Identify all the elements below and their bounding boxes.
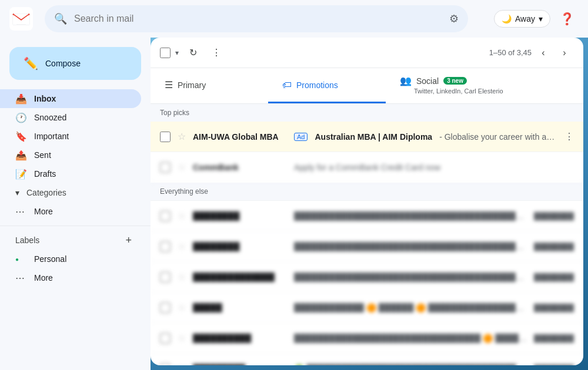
- email-row-4: ☆ ████████ █████████████████████████████…: [151, 231, 583, 262]
- labels-more-icon: ⋯: [15, 273, 27, 284]
- email-area: ▾ ↻ ⋮ 1–50 of 3,45 ‹ ›: [151, 38, 583, 365]
- email-more-button-1[interactable]: ⋮: [564, 131, 574, 142]
- top-bar: 🔍 ⚙ 🌙 Away ▾ ❓: [0, 0, 588, 38]
- checkbox-chevron-icon[interactable]: ▾: [175, 49, 179, 57]
- email-subject-1: Australian MBA | AIM Diploma: [315, 132, 432, 142]
- more-toolbar-icon: ⋮: [212, 47, 221, 58]
- more-icon: ⋯: [15, 206, 27, 217]
- more-toolbar-button[interactable]: ⋮: [207, 43, 226, 62]
- email-row-8: ☆ █████████ 🟢 ██████████████████████████…: [151, 354, 583, 365]
- status-icon: 🌙: [502, 14, 512, 23]
- section-label: Everything else: [151, 183, 583, 201]
- drafts-icon: 📝: [15, 169, 27, 180]
- search-bar[interactable]: 🔍 ⚙: [45, 5, 468, 32]
- inbox-icon: 📥: [15, 93, 27, 105]
- email-checkbox-1[interactable]: [160, 132, 171, 142]
- labels-label: Labels: [15, 236, 39, 245]
- email-row-7: ☆ ██████████ ███████████████████████████…: [151, 323, 583, 354]
- pagination-info: 1–50 of 3,45 ‹ ›: [489, 43, 574, 62]
- social-badge: 3 new: [443, 77, 467, 85]
- tab-primary[interactable]: ☰ Primary: [151, 68, 268, 103]
- sent-icon: 📤: [15, 150, 27, 161]
- status-button[interactable]: 🌙 Away ▾: [494, 10, 550, 28]
- sidebar-item-sent[interactable]: 📤 Sent: [0, 146, 141, 164]
- email-preview-1: - Globalise your career with an Australi…: [439, 132, 557, 142]
- sidebar-item-drafts[interactable]: 📝 Drafts: [0, 164, 141, 183]
- email-row-6: ☆ █████ ████████████ 🟠 ██████ 🟠 ████████…: [151, 292, 583, 323]
- drafts-label: Drafts: [34, 169, 132, 179]
- ad-badge: Ad: [294, 133, 308, 141]
- important-label: Important: [34, 132, 132, 141]
- snoozed-label: Snoozed: [34, 113, 132, 122]
- personal-label: Personal: [34, 254, 132, 264]
- categories-chevron-icon: ▾: [15, 188, 19, 197]
- email-toolbar: ▾ ↻ ⋮ 1–50 of 3,45 ‹ ›: [151, 38, 583, 68]
- refresh-icon: ↻: [189, 47, 197, 58]
- email-row-ad[interactable]: ☆ AIM-UWA Global MBA Ad Australian MBA |…: [151, 122, 583, 152]
- sidebar-divider: [0, 226, 151, 226]
- social-tab-sub: Twitter, LinkedIn, Carl Elesterio: [400, 88, 503, 95]
- important-icon: 🔖: [15, 131, 27, 142]
- sender-name-2: CommBank: [193, 163, 287, 172]
- promotions-tab-label: Promotions: [296, 80, 338, 90]
- tab-social[interactable]: 👥 Social 3 new Twitter, LinkedIn, Carl E…: [386, 68, 539, 103]
- promotions-tab-icon: 🏷: [282, 80, 292, 90]
- help-button[interactable]: ❓: [555, 7, 579, 31]
- select-all-checkbox[interactable]: [160, 48, 171, 58]
- social-tab-label: Social: [416, 76, 439, 86]
- refresh-button[interactable]: ↻: [183, 43, 202, 62]
- gmail-logo-icon: [9, 7, 33, 31]
- status-chevron-icon: ▾: [539, 14, 543, 23]
- top-picks-header: Top picks: [151, 104, 583, 122]
- email-checkbox-2: [160, 162, 171, 173]
- sidebar: ✏️ Compose 📥 Inbox 🕐 Snoozed 🔖 Important…: [0, 38, 151, 370]
- personal-icon: ●: [15, 256, 27, 263]
- email-row-2: ☆ CommBank Apply for a CommBank Credit C…: [151, 152, 583, 183]
- compose-icon: ✏️: [24, 56, 38, 70]
- pagination-text: 1–50 of 3,45: [489, 48, 532, 57]
- sidebar-item-labels-more[interactable]: ⋯ More: [0, 268, 141, 287]
- sidebar-item-personal[interactable]: ● Personal: [0, 250, 141, 268]
- labels-more-label: More: [34, 273, 132, 282]
- gmail-logo: [9, 7, 33, 31]
- search-input[interactable]: [74, 14, 445, 24]
- prev-page-icon: ‹: [542, 48, 544, 58]
- next-page-button[interactable]: ›: [555, 43, 574, 62]
- email-row-5: ☆ ██████████████ ███████████████████████…: [151, 262, 583, 292]
- star-button-2: ☆: [178, 162, 186, 173]
- snoozed-icon: 🕐: [15, 112, 27, 123]
- sent-label: Sent: [34, 150, 132, 160]
- primary-tab-label: Primary: [178, 80, 206, 90]
- sender-name-1: AIM-UWA Global MBA: [193, 132, 287, 142]
- primary-tab-icon: ☰: [165, 79, 173, 90]
- sidebar-item-snoozed[interactable]: 🕐 Snoozed: [0, 108, 141, 127]
- labels-header[interactable]: Labels +: [0, 231, 141, 250]
- email-preview-2: Apply for a CommBank Credit Card now: [294, 163, 574, 172]
- status-label: Away: [515, 14, 535, 23]
- categories-header[interactable]: ▾ Categories: [0, 183, 141, 202]
- top-bar-right: 🌙 Away ▾ ❓: [494, 7, 579, 31]
- inbox-label: Inbox: [34, 94, 132, 103]
- top-picks-label: Top picks: [160, 109, 189, 117]
- sidebar-item-more[interactable]: ⋯ More: [0, 202, 141, 221]
- main-area: ✏️ Compose 📥 Inbox 🕐 Snoozed 🔖 Important…: [0, 38, 588, 370]
- app-container: 🔍 ⚙ 🌙 Away ▾ ❓ ✏️ Compose 📥 Inbox: [0, 0, 588, 370]
- categories-label: Categories: [26, 188, 66, 197]
- email-row-3: ☆ ████████ █████████████████████████████…: [151, 201, 583, 231]
- search-icon: 🔍: [54, 12, 67, 25]
- compose-label: Compose: [45, 59, 81, 68]
- prev-page-button[interactable]: ‹: [534, 43, 553, 62]
- social-tab-icon: 👥: [400, 75, 412, 86]
- tab-promotions[interactable]: 🏷 Promotions: [268, 68, 386, 103]
- add-label-icon[interactable]: +: [125, 234, 132, 247]
- sidebar-item-inbox[interactable]: 📥 Inbox: [0, 89, 141, 108]
- email-list: Top picks ☆ AIM-UWA Global MBA Ad Austra…: [151, 104, 583, 365]
- compose-button[interactable]: ✏️ Compose: [9, 47, 141, 80]
- star-button-1[interactable]: ☆: [178, 131, 186, 142]
- search-options-icon[interactable]: ⚙: [449, 12, 459, 25]
- next-page-icon: ›: [563, 48, 566, 58]
- help-icon: ❓: [560, 12, 574, 26]
- sidebar-item-important[interactable]: 🔖 Important: [0, 127, 141, 146]
- tabs-bar: ☰ Primary 🏷 Promotions 👥 Social 3 new Tw…: [151, 68, 583, 104]
- more-label: More: [34, 207, 132, 216]
